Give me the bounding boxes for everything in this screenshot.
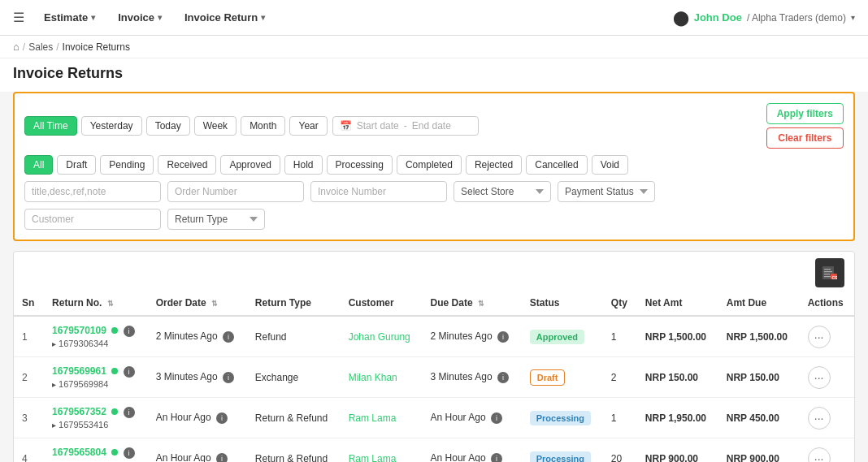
hamburger-icon[interactable]: ☰	[13, 10, 24, 25]
customer-input[interactable]	[24, 209, 161, 230]
invoice-number-input[interactable]	[310, 181, 447, 202]
return-no-link-3[interactable]: 1679565804	[52, 447, 106, 458]
info-icon-3[interactable]: i	[124, 447, 135, 459]
cell-status-1: Draft	[522, 357, 603, 398]
time-filter-yesterday[interactable]: Yesterday	[81, 116, 142, 136]
apply-filters-button[interactable]: Apply filters	[766, 103, 844, 124]
cell-sn-1: 2	[14, 357, 44, 398]
date-end-placeholder: End date	[412, 120, 451, 132]
nav-invoice-arrow: ▾	[158, 13, 162, 22]
customer-link-2[interactable]: Ram Lama	[349, 412, 397, 424]
status-filter-approved[interactable]: Approved	[220, 155, 280, 175]
col-order-date: Order Date ⇅	[148, 291, 247, 316]
col-return-type: Return Type	[247, 291, 341, 316]
green-dot-1	[111, 368, 118, 374]
nav-invoice[interactable]: Invoice ▾	[115, 0, 165, 36]
status-filter-void[interactable]: Void	[592, 155, 628, 175]
svg-rect-2	[824, 271, 832, 272]
actions-button-0[interactable]: ···	[808, 326, 831, 348]
time-filter-row: All TimeYesterdayTodayWeekMonthYear 📅 St…	[24, 116, 762, 136]
status-filter-processing[interactable]: Processing	[327, 155, 393, 175]
status-filter-received[interactable]: Received	[158, 155, 216, 175]
order-date-info-3[interactable]: i	[216, 453, 228, 462]
svg-text:CSV: CSV	[832, 275, 838, 280]
csv-export-button[interactable]: CSV	[815, 258, 844, 287]
cell-actions-0: ···	[800, 316, 854, 357]
return-no-link-1[interactable]: 1679569961	[52, 365, 106, 377]
cell-order-date-1: 3 Minutes Ago i	[148, 357, 247, 398]
breadcrumb-sales[interactable]: Sales	[28, 41, 53, 53]
date-start-placeholder: Start date	[357, 120, 399, 132]
nav-invoice-return[interactable]: Invoice Return ▾	[181, 0, 268, 36]
time-filter-year[interactable]: Year	[289, 116, 327, 136]
return-no-link-2[interactable]: 1679567352	[52, 406, 106, 417]
actions-button-3[interactable]: ···	[808, 447, 831, 463]
cell-sn-3: 4	[14, 438, 44, 463]
actions-button-1[interactable]: ···	[808, 366, 831, 389]
status-filter-draft[interactable]: Draft	[57, 155, 96, 175]
info-icon-1[interactable]: i	[124, 366, 135, 378]
status-badge-1: Draft	[530, 369, 566, 386]
page-title: Invoice Returns	[13, 65, 855, 82]
cell-return-type-2: Return & Refund	[247, 398, 341, 438]
cell-net-amt-1: NRP 150.00	[637, 357, 718, 398]
nav-estimate[interactable]: Estimate ▾	[41, 0, 98, 36]
due-date-info-3[interactable]: i	[491, 453, 502, 462]
github-icon: ⬤	[673, 9, 689, 27]
status-filter-hold[interactable]: Hold	[284, 155, 323, 175]
cell-net-amt-3: NRP 900.00	[637, 438, 718, 463]
return-no-link-0[interactable]: 1679570109	[52, 325, 106, 336]
invoice-returns-table: Sn Return No. ⇅ Order Date ⇅ Return Type…	[14, 291, 854, 462]
date-range-input[interactable]: 📅 Start date - End date	[332, 116, 479, 136]
cell-actions-2: ···	[800, 398, 854, 438]
status-filter-rejected[interactable]: Rejected	[466, 155, 522, 175]
time-filter-week[interactable]: Week	[194, 116, 237, 136]
text-search-input[interactable]	[24, 181, 161, 202]
cell-status-3: Processing	[522, 438, 603, 463]
home-icon[interactable]: ⌂	[13, 41, 20, 53]
return-type-dropdown[interactable]: Return Type	[167, 209, 265, 230]
due-date-info-2[interactable]: i	[491, 412, 502, 424]
table-row: 3 1679567352 i ▸ 1679553416 An Hour Ago …	[14, 398, 854, 438]
status-filter-completed[interactable]: Completed	[397, 155, 462, 175]
actions-button-2[interactable]: ···	[808, 407, 831, 430]
order-date-info-0[interactable]: i	[223, 331, 234, 343]
col-amt-due: Amt Due	[718, 291, 800, 316]
info-icon-2[interactable]: i	[124, 407, 135, 418]
col-actions: Actions	[800, 291, 854, 316]
time-filter-today[interactable]: Today	[146, 116, 190, 136]
nav-estimate-label: Estimate	[44, 11, 88, 24]
status-filter-row: AllDraftPendingReceivedApprovedHoldProce…	[24, 155, 844, 175]
customer-link-3[interactable]: Ram Lama	[349, 453, 397, 463]
col-due-date: Due Date ⇅	[423, 291, 522, 316]
clear-filters-button[interactable]: Clear filters	[766, 127, 844, 149]
col-return-no: Return No. ⇅	[44, 291, 148, 316]
col-qty: Qty	[603, 291, 637, 316]
order-number-input[interactable]	[167, 181, 304, 202]
user-menu[interactable]: ⬤ John Doe / Alpha Traders (demo) ▾	[673, 9, 855, 27]
status-filter-all[interactable]: All	[24, 155, 53, 175]
status-badge-0: Approved	[530, 330, 584, 344]
status-badge-3: Processing	[530, 451, 591, 463]
page-title-bar: Invoice Returns	[0, 58, 868, 92]
time-filter-all-time[interactable]: All Time	[24, 116, 77, 136]
due-date-info-0[interactable]: i	[497, 331, 509, 343]
info-icon-0[interactable]: i	[124, 326, 135, 337]
cell-order-date-0: 2 Minutes Ago i	[148, 316, 247, 357]
status-filter-cancelled[interactable]: Cancelled	[526, 155, 587, 175]
customer-link-1[interactable]: Milan Khan	[349, 372, 397, 383]
cell-return-no-1: 1679569961 i ▸ 1679569984	[44, 357, 148, 398]
breadcrumb: ⌂ / Sales / Invoice Returns	[0, 36, 868, 58]
green-dot-3	[111, 449, 118, 456]
cell-status-2: Processing	[522, 398, 603, 438]
customer-link-0[interactable]: Johan Gurung	[349, 331, 410, 343]
nav-invoice-return-label: Invoice Return	[184, 11, 258, 24]
order-date-info-1[interactable]: i	[223, 372, 234, 383]
due-date-info-1[interactable]: i	[497, 372, 509, 383]
search-filter-row: Select Store Payment Status	[24, 181, 844, 202]
status-filter-pending[interactable]: Pending	[100, 155, 154, 175]
select-store-dropdown[interactable]: Select Store	[454, 181, 551, 202]
payment-status-dropdown[interactable]: Payment Status	[558, 181, 655, 202]
order-date-info-2[interactable]: i	[216, 412, 228, 424]
time-filter-month[interactable]: Month	[241, 116, 285, 136]
